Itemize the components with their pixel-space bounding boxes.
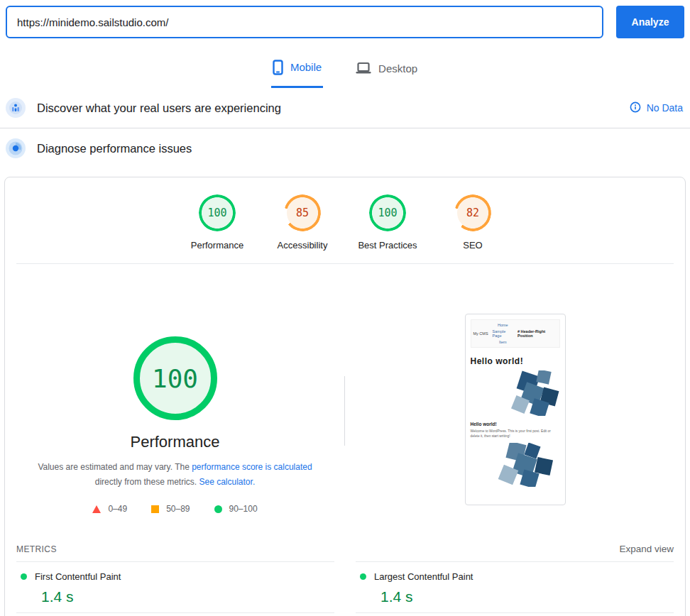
thumb-nav-item: Item	[499, 340, 507, 344]
red-triangle-icon	[92, 505, 101, 513]
disclaimer-text-1: Values are estimated and may vary. The	[38, 462, 189, 472]
green-dot-icon	[21, 573, 27, 580]
see-calculator-link[interactable]: See calculator.	[199, 477, 256, 487]
analyze-button[interactable]: Analyze	[616, 6, 684, 38]
tab-desktop-label: Desktop	[378, 62, 417, 75]
accessibility-score-value: 85	[287, 197, 318, 229]
metric-lcp-value: 1.4 s	[380, 588, 674, 605]
report-card: 100 Performance 85 Accessibility 100 Bes…	[4, 177, 686, 616]
diagnose-title: Diagnose performance issues	[37, 142, 192, 155]
thumb-site-name: My CMS	[473, 331, 488, 336]
thumb-cubes-image-1	[509, 370, 560, 416]
best-practices-score-label: Best Practices	[358, 240, 417, 251]
legend-pass-range: 90–100	[229, 504, 258, 514]
orange-square-icon	[151, 505, 159, 513]
thumb-site-header: My CMS Home Sample Page Item # Header-Ri…	[471, 319, 560, 348]
score-accessibility[interactable]: 85 Accessibility	[260, 194, 345, 251]
metrics-header: METRICS Expand view	[16, 544, 674, 554]
legend-fail: 0–49	[92, 504, 127, 514]
thumb-post-title-2: Hello world!	[471, 422, 560, 427]
screenshot-column: My CMS Home Sample Page Item # Header-Ri…	[345, 264, 685, 514]
thumb-nav: Home Sample Page Item	[493, 323, 513, 344]
metrics-grid: First Contentful Paint 1.4 s Largest Con…	[16, 561, 674, 613]
thumb-header-note: # Header-Right Position	[518, 329, 557, 338]
performance-big-gauge[interactable]: 100	[133, 336, 217, 420]
performance-score-value: 100	[202, 197, 233, 229]
performance-score-label: Performance	[191, 240, 243, 251]
score-best-practices[interactable]: 100 Best Practices	[345, 194, 430, 251]
tab-mobile[interactable]: Mobile	[271, 55, 323, 88]
disclaimer-text-2: directly from these metrics.	[95, 477, 197, 487]
thumb-nav-sample-page: Sample Page	[493, 329, 513, 338]
expand-view-button[interactable]: Expand view	[619, 544, 674, 554]
score-legend: 0–49 50–89 90–100	[92, 504, 257, 514]
discover-title: Discover what your real users are experi…	[37, 101, 281, 115]
vertical-divider	[344, 376, 345, 446]
url-bar-row: Analyze	[0, 0, 690, 40]
metrics-heading: METRICS	[16, 544, 57, 554]
info-icon	[630, 101, 641, 115]
page-screenshot-thumbnail[interactable]: My CMS Home Sample Page Item # Header-Ri…	[465, 314, 566, 505]
discover-section-header: Discover what your real users are experi…	[0, 88, 690, 128]
thumb-nav-home: Home	[498, 323, 508, 327]
accessibility-score-label: Accessibility	[278, 240, 328, 251]
legend-average-range: 50–89	[166, 504, 190, 514]
best-practices-gauge: 100	[369, 194, 406, 231]
category-scores-row: 100 Performance 85 Accessibility 100 Bes…	[5, 177, 685, 251]
accessibility-gauge: 85	[284, 194, 321, 231]
performance-gauge: 100	[199, 194, 236, 231]
metric-lcp: Largest Contentful Paint 1.4 s	[356, 561, 674, 613]
diagnose-section-header: Diagnose performance issues	[0, 128, 690, 168]
desktop-laptop-icon	[356, 62, 371, 75]
tab-desktop[interactable]: Desktop	[354, 55, 419, 88]
metric-fcp-value: 1.4 s	[41, 588, 334, 605]
mobile-phone-icon	[273, 60, 283, 75]
legend-fail-range: 0–49	[108, 504, 127, 514]
real-users-icon	[6, 98, 26, 118]
metric-lcp-name: Largest Contentful Paint	[374, 571, 473, 582]
seo-score-label: SEO	[463, 240, 482, 251]
legend-pass: 90–100	[214, 504, 258, 514]
metric-name-row: First Contentful Paint	[21, 571, 334, 582]
seo-gauge: 82	[454, 194, 491, 231]
score-calc-link[interactable]: performance score is calculated	[192, 462, 312, 472]
seo-score-value: 82	[457, 197, 488, 229]
performance-disclaimer: Values are estimated and may vary. The p…	[26, 460, 324, 490]
thumb-post-excerpt: Welcome to WordPress. This is your first…	[471, 429, 554, 439]
legend-average: 50–89	[151, 504, 190, 514]
no-data-label: No Data	[647, 102, 683, 114]
thumb-cubes-image-2	[486, 443, 560, 487]
green-circle-icon	[214, 505, 222, 513]
performance-big-title: Performance	[131, 433, 220, 451]
url-input[interactable]	[6, 6, 603, 38]
metric-name-row: Largest Contentful Paint	[360, 571, 674, 582]
best-practices-score-value: 100	[372, 197, 403, 229]
no-data-link[interactable]: No Data	[630, 101, 684, 115]
diagnose-lighthouse-icon	[6, 138, 26, 158]
performance-summary-column: 100 Performance Values are estimated and…	[5, 264, 345, 514]
score-seo[interactable]: 82 SEO	[430, 194, 515, 251]
tab-mobile-label: Mobile	[290, 61, 322, 73]
score-performance[interactable]: 100 Performance	[175, 194, 260, 251]
metric-fcp-name: First Contentful Paint	[35, 571, 121, 582]
thumb-post-title: Hello world!	[471, 356, 560, 366]
device-tabs: Mobile Desktop	[0, 55, 690, 88]
metric-fcp: First Contentful Paint 1.4 s	[16, 561, 334, 613]
green-dot-icon	[360, 573, 366, 580]
performance-main-zone: 100 Performance Values are estimated and…	[5, 264, 685, 514]
